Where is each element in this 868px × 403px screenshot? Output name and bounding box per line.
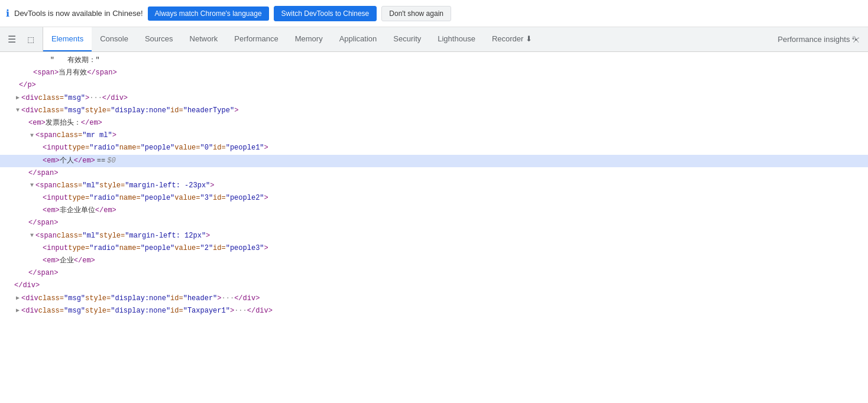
tab-elements[interactable]: Elements: [43, 27, 92, 51]
code-tag: </div>: [247, 306, 273, 317]
code-text: 个人: [60, 155, 74, 167]
notification-message: DevTools is now available in Chinese!: [14, 9, 143, 18]
code-attr-value: "msg": [64, 293, 85, 304]
tree-line: ▼ <span class="ml" style="margin-left: -…: [0, 180, 868, 192]
code-tag: >: [217, 293, 221, 304]
code-attr-value: "msg": [64, 306, 85, 317]
code-attr-value: "people": [141, 243, 175, 254]
code-attr: id=: [213, 243, 226, 254]
dont-show-again-button[interactable]: Don't show again: [381, 6, 451, 21]
tree-toggle[interactable]: ▼: [28, 231, 35, 240]
tab-lighthouse[interactable]: Lighthouse: [429, 27, 484, 51]
code-attr: name=: [119, 142, 141, 154]
code-tag: >: [206, 230, 210, 242]
code-tag: </em>: [81, 118, 102, 129]
code-tag: </div>: [14, 280, 40, 291]
tab-network[interactable]: Network: [182, 27, 226, 51]
code-tag: >: [85, 93, 89, 104]
code-attr-value: "ml": [82, 230, 99, 242]
tree-line: ▶ <div class="msg" style="display:none" …: [0, 292, 868, 305]
tree-line: </span>: [0, 217, 868, 229]
info-icon: ℹ: [6, 8, 9, 20]
tab-application[interactable]: Application: [331, 27, 386, 51]
code-attr-value: "display:none": [111, 306, 170, 317]
code-attr-value: "mr ml": [82, 130, 112, 141]
tree-toggle[interactable]: ▼: [28, 181, 35, 190]
tree-line: <span>当月有效</span>: [0, 67, 868, 79]
code-attr: id=: [213, 193, 226, 204]
tree-toggle[interactable]: ▼: [28, 131, 35, 141]
code-attr-value: "0": [200, 142, 213, 154]
code-tag: >: [230, 306, 234, 317]
code-attr-value: "Taxpayer1": [183, 306, 230, 317]
code-tag: </div>: [234, 293, 260, 304]
tree-line: </span>: [0, 267, 868, 280]
code-tag: </span>: [28, 217, 58, 229]
code-tag: <em>: [43, 255, 60, 266]
tree-line: <input type="radio" name="people" value=…: [0, 242, 868, 255]
code-attr-value: "people1": [226, 142, 264, 154]
tree-line-selected: <em>个人</em>==$0: [0, 155, 868, 167]
code-attr-value: "3": [200, 193, 213, 204]
code-attr-value: "display:none": [111, 105, 170, 116]
code-attr: class=: [57, 130, 82, 141]
tab-recorder[interactable]: Recorder ⬇: [484, 27, 540, 51]
code-text: 非企业单位: [60, 205, 95, 216]
inspect-icon[interactable]: ⬚: [22, 31, 39, 48]
code-attr-value: "margin-left: 12px": [125, 230, 206, 242]
code-tag: <em>: [43, 205, 60, 216]
devtools-menu-icon[interactable]: ☰: [4, 31, 20, 48]
code-tag: <div: [21, 105, 38, 116]
tree-line: ▼ <div class="msg" style="display:none" …: [0, 105, 868, 117]
tab-performance-insights[interactable]: Performance insights ⏧: [769, 27, 868, 51]
tab-sources[interactable]: Sources: [137, 27, 182, 51]
tree-toggle[interactable]: ▶: [14, 93, 21, 103]
code-attr: id=: [170, 105, 183, 116]
code-tag: <em>: [28, 118, 46, 129]
code-tag: >: [264, 243, 268, 254]
always-match-language-button[interactable]: Always match Chrome's language: [148, 6, 269, 21]
code-attr-value: "msg": [64, 105, 85, 116]
html-tree[interactable]: " 有效期：" <span>当月有效</span> </p> ▶ <div cl…: [0, 52, 868, 403]
code-attr-value: "msg": [64, 93, 85, 104]
tree-toggle[interactable]: ▶: [14, 294, 21, 303]
tree-toggle[interactable]: ▶: [14, 306, 21, 316]
tree-line: <em>发票抬头：</em>: [0, 117, 868, 129]
ellipsis: ···: [234, 306, 247, 317]
tab-memory[interactable]: Memory: [287, 27, 331, 51]
code-attr: id=: [170, 293, 183, 304]
code-tag: >: [210, 180, 214, 191]
code-attr: value=: [174, 243, 200, 254]
code-attr: class=: [38, 105, 64, 116]
code-attr: class=: [38, 93, 64, 104]
tree-toggle[interactable]: ▼: [14, 106, 21, 115]
tree-line: ▶ <div class="msg" style="display:none" …: [0, 305, 868, 317]
tree-line: ▶ <div class="msg"> ··· </div>: [0, 92, 868, 105]
code-attr: name=: [119, 193, 141, 204]
ellipsis: ···: [222, 293, 235, 304]
code-attr: style=: [99, 230, 125, 242]
code-attr: style=: [99, 180, 125, 191]
code-tag: <input: [43, 193, 68, 204]
code-tag: </em>: [95, 205, 116, 216]
code-tag: <input: [43, 142, 68, 154]
code-attr-value: "people2": [226, 193, 264, 204]
code-tag: <input: [43, 243, 68, 254]
code-tag: <span: [35, 180, 57, 191]
notification-bar: ℹ DevTools is now available in Chinese! …: [0, 0, 868, 27]
switch-to-chinese-button[interactable]: Switch DevTools to Chinese: [274, 6, 377, 21]
elements-panel: " 有效期：" <span>当月有效</span> </p> ▶ <div cl…: [0, 52, 868, 403]
code-tag: >: [264, 142, 268, 154]
code-equals: ==: [97, 155, 105, 167]
tab-security[interactable]: Security: [385, 27, 429, 51]
code-tag: >: [112, 130, 116, 141]
code-attr-value: "radio": [89, 142, 119, 154]
code-tag: <span: [35, 230, 57, 242]
code-attr: style=: [85, 105, 111, 116]
code-attr: class=: [57, 180, 82, 191]
code-tag: </span>: [28, 268, 58, 279]
tab-console[interactable]: Console: [92, 27, 137, 51]
code-attr-value: "radio": [89, 243, 119, 254]
code-attr-value: "people": [141, 193, 175, 204]
tab-performance[interactable]: Performance: [226, 27, 286, 51]
